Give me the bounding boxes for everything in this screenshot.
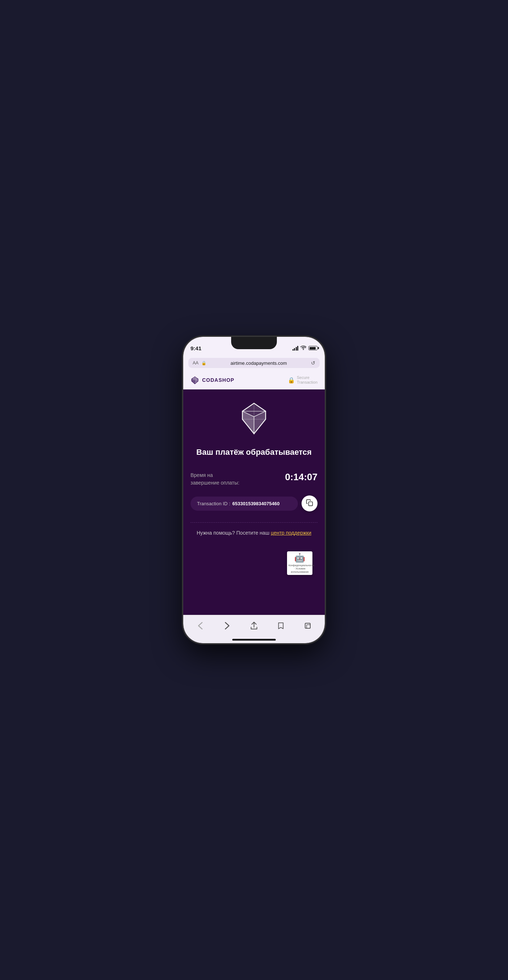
browser-bar: AA 🔒 airtime.codapayments.com ↺ xyxy=(183,355,325,372)
notch xyxy=(231,337,277,349)
phone-screen: 9:41 xyxy=(183,337,325,643)
status-icons xyxy=(292,345,318,351)
transaction-label: Transaction xyxy=(297,380,318,385)
browser-toolbar xyxy=(183,615,325,636)
tabs-button[interactable] xyxy=(300,618,316,634)
help-center-link[interactable]: центр поддержки xyxy=(271,530,311,536)
home-indicator xyxy=(183,636,325,643)
divider xyxy=(190,522,318,523)
status-bar: 9:41 xyxy=(183,337,325,355)
codashop-logo-text: CODASHOP xyxy=(202,377,234,383)
coda-header: CODASHOP 🔒 Secure Transaction xyxy=(183,372,325,390)
help-text: Нужна помощь? Посетите наш центр поддерж… xyxy=(197,530,311,536)
share-button[interactable] xyxy=(246,618,262,634)
secure-lock-icon: 🔒 xyxy=(288,377,295,383)
main-content: Ваш платёж обрабатывается Время на завер… xyxy=(183,390,325,615)
reload-icon[interactable]: ↺ xyxy=(311,360,315,366)
transaction-id-box: Transaction ID : 653301539834075460 xyxy=(190,496,298,511)
timer-label: Время на завершение оплаты: xyxy=(190,471,241,487)
svg-rect-16 xyxy=(306,625,310,628)
diamond-large-icon xyxy=(236,400,272,437)
transaction-id-value: 653301539834075460 xyxy=(232,501,279,506)
lock-icon: 🔒 xyxy=(202,361,206,366)
forward-button[interactable] xyxy=(219,618,235,634)
url-bar[interactable]: AA 🔒 airtime.codapayments.com ↺ xyxy=(188,358,320,368)
recaptcha-text: Конфиденциальность · Условия использован… xyxy=(289,564,311,573)
back-button[interactable] xyxy=(192,618,208,634)
copy-button[interactable] xyxy=(302,495,318,511)
timer-value: 0:14:07 xyxy=(285,471,318,483)
payment-processing-title: Ваш платёж обрабатывается xyxy=(196,447,312,457)
secure-label: Secure xyxy=(297,375,318,380)
codashop-diamond-icon xyxy=(190,375,199,384)
transaction-id-label: Transaction ID : xyxy=(197,501,230,506)
home-bar xyxy=(232,639,276,641)
phone-frame: 9:41 xyxy=(183,337,325,643)
status-time: 9:41 xyxy=(190,345,202,352)
timer-section: Время на завершение оплаты: 0:14:07 xyxy=(190,471,318,487)
help-text-content: Нужна помощь? Посетите наш xyxy=(197,530,271,536)
svg-rect-14 xyxy=(309,502,313,506)
bookmarks-button[interactable] xyxy=(273,618,289,634)
transaction-row: Transaction ID : 653301539834075460 xyxy=(190,495,318,511)
aa-text[interactable]: AA xyxy=(193,360,198,366)
recaptcha-badge: 🤖 Конфиденциальность · Условия использов… xyxy=(287,551,313,575)
battery-icon xyxy=(308,346,318,350)
wifi-icon xyxy=(300,345,306,351)
coda-logo: CODASHOP xyxy=(190,375,234,384)
url-text[interactable]: airtime.codapayments.com xyxy=(210,360,308,366)
recaptcha-icon: 🤖 xyxy=(289,553,311,563)
signal-bars-icon xyxy=(292,346,298,351)
svg-rect-15 xyxy=(305,623,310,628)
copy-icon xyxy=(306,499,313,508)
secure-transaction-badge: 🔒 Secure Transaction xyxy=(288,375,318,385)
